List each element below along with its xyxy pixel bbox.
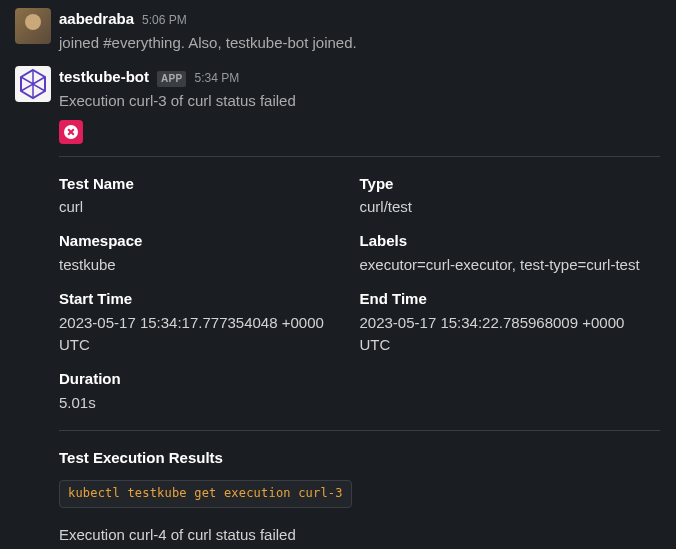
status-failed-icon: [59, 120, 83, 144]
field-duration: Duration 5.01s: [59, 368, 660, 414]
field-namespace: Namespace testkube: [59, 230, 360, 276]
field-end-time: End Time 2023-05-17 15:34:22.785968009 +…: [360, 288, 661, 356]
message-header: aabedraba 5:06 PM: [59, 8, 660, 30]
field-value: testkube: [59, 254, 344, 276]
app-badge: APP: [157, 71, 186, 88]
message-text: Execution curl-3 of curl status failed: [59, 90, 660, 112]
field-value: 2023-05-17 15:34:22.785968009 +0000 UTC: [360, 312, 645, 356]
field-label: Labels: [360, 230, 645, 252]
bot-logo-icon: [17, 68, 49, 100]
field-type: Type curl/test: [360, 173, 661, 219]
field-value: 2023-05-17 15:34:17.777354048 +0000 UTC: [59, 312, 344, 356]
field-value: curl: [59, 196, 344, 218]
avatar[interactable]: [15, 8, 51, 44]
message-text: joined #everything. Also, testkube-bot j…: [59, 32, 660, 54]
field-label: End Time: [360, 288, 645, 310]
field-labels: Labels executor=curl-executor, test-type…: [360, 230, 661, 276]
field-label: Duration: [59, 368, 644, 390]
message-text: Execution curl-4 of curl status failed: [59, 524, 660, 546]
field-label: Start Time: [59, 288, 344, 310]
field-label: Test Name: [59, 173, 344, 195]
timestamp[interactable]: 5:06 PM: [142, 12, 187, 30]
divider: [59, 430, 660, 431]
message-row: testkube-bot APP 5:34 PM Execution curl-…: [0, 58, 676, 549]
username[interactable]: testkube-bot: [59, 66, 149, 88]
field-value: 5.01s: [59, 392, 644, 414]
field-label: Namespace: [59, 230, 344, 252]
attachment-block: Test Name curl Type curl/test Namespace …: [59, 120, 660, 546]
fields-grid: Test Name curl Type curl/test Namespace …: [59, 173, 660, 414]
avatar[interactable]: [15, 66, 51, 102]
field-value: curl/test: [360, 196, 645, 218]
message-row: aabedraba 5:06 PM joined #everything. Al…: [0, 0, 676, 58]
field-start-time: Start Time 2023-05-17 15:34:17.777354048…: [59, 288, 360, 356]
field-test-name: Test Name curl: [59, 173, 360, 219]
field-label: Type: [360, 173, 645, 195]
field-value: executor=curl-executor, test-type=curl-t…: [360, 254, 645, 276]
code-command[interactable]: kubectl testkube get execution curl-3: [59, 480, 352, 508]
message-content: aabedraba 5:06 PM joined #everything. Al…: [59, 8, 660, 54]
message-content: testkube-bot APP 5:34 PM Execution curl-…: [59, 66, 660, 546]
results-title: Test Execution Results: [59, 447, 660, 469]
username[interactable]: aabedraba: [59, 8, 134, 30]
divider: [59, 156, 660, 157]
message-header: testkube-bot APP 5:34 PM: [59, 66, 660, 88]
timestamp[interactable]: 5:34 PM: [194, 70, 239, 88]
